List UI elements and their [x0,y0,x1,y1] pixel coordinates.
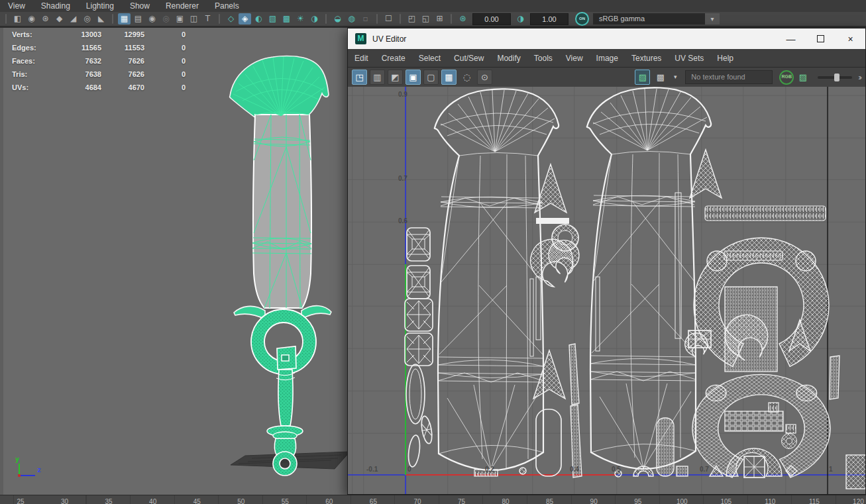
wireframe-cube-button[interactable]: ◇ [225,13,237,25]
motion-blur-button[interactable]: ◍ [345,13,358,25]
contrast-field[interactable] [530,13,568,25]
slider-knob[interactable] [834,74,839,81]
hud-row-edges-: Edges:11565115530 [0,41,192,54]
toolbar-separator [451,14,452,24]
camera-aperture-icon[interactable]: ⊙ [477,70,492,85]
shadows-button[interactable]: ◑ [308,13,321,25]
exposure-icon[interactable]: ⊛ [457,13,469,25]
menu-item-view[interactable]: View [0,1,33,12]
toolbar-separator [400,14,401,24]
viewport-menubar: ViewShadingLightingShowRendererPanels [0,0,866,12]
color-management-on-toggle[interactable]: ON [575,12,589,26]
image-range-icon[interactable]: ▨ [795,70,810,85]
exposure-field[interactable] [472,13,511,25]
uv-editor-titlebar[interactable]: M UV Editor — × [348,28,865,49]
menu-item-modify[interactable]: Modify [490,54,527,63]
toolbar-separator [376,14,378,24]
perspective-viewport[interactable]: Verts:13003129950Edges:11565115530Faces:… [0,28,347,495]
hud-c: 0 [144,70,186,78]
isolate-select-button[interactable]: ☐ [382,13,395,25]
menu-item-lighting[interactable]: Lighting [78,1,122,12]
hud-b: 4670 [101,83,144,91]
menu-item-image[interactable]: Image [590,54,625,63]
halfshade-sphere-button[interactable]: ◐ [252,13,265,25]
menu-item-panels[interactable]: Panels [207,1,247,12]
film-gate-button[interactable]: ▤ [132,13,144,25]
uv-shell-middle-column[interactable] [519,164,582,478]
plane-dim-button[interactable]: ▫ [359,13,372,25]
uv-shell-left-column[interactable] [405,228,434,468]
bookmark-icon[interactable]: ◆ [53,13,66,25]
ao-sphere-button[interactable]: ◒ [331,13,344,25]
checker-pattern-button[interactable]: ▩ [653,70,668,85]
menu-item-select[interactable]: Select [412,54,447,63]
uv-grid-label-0-7: 0.7 [398,175,407,182]
lighting-button[interactable]: ☀ [294,13,307,25]
uv-shell-blade-left[interactable] [435,89,559,470]
menu-item-help[interactable]: Help [710,54,740,63]
uv-shell-blade-right[interactable] [587,87,711,469]
uv-shell-layer [348,87,865,494]
pane-layout-2-button[interactable]: ◱ [419,13,432,25]
frame-dim-icon[interactable]: ▢ [423,70,439,85]
timeline-tick-120: 120 [853,498,864,504]
timeline-tick-105: 105 [720,498,731,504]
menu-item-textures[interactable]: Textures [625,54,668,63]
checker-material-button[interactable]: ▩ [280,13,293,25]
texture-name-field[interactable]: No texture found [685,70,773,84]
time-slider[interactable]: 2530354045505560657075808590951001051101… [0,495,866,504]
pencil-tool-icon[interactable]: ◣ [95,13,107,25]
menu-item-shading[interactable]: Shading [33,1,78,12]
zoom-select-icon[interactable]: ◎ [81,13,93,25]
distortion-display-icon[interactable]: ◩ [388,70,403,85]
textured-cube-button[interactable]: ▧ [266,13,279,25]
lift-tool-icon[interactable]: ◢ [67,13,80,25]
gate-mask-button[interactable]: ◎ [160,13,172,25]
camera-lock-icon[interactable]: ◉ [25,13,38,25]
uv-tile-layout-icon[interactable]: ◳ [352,70,367,85]
guard-horn-right [301,306,331,319]
checker-caret-icon[interactable]: ▾ [671,70,680,85]
menu-item-edit[interactable]: Edit [348,54,375,63]
uv-shell-strip[interactable] [596,277,600,351]
menu-item-tools[interactable]: Tools [527,54,559,63]
pane-outliner-button[interactable]: ⊞ [433,13,446,25]
dashed-circle-icon[interactable]: ◌ [459,70,474,85]
pane-layout-1-button[interactable]: ◰ [406,13,418,25]
uv-canvas[interactable]: 0.90.70.6-0.100.20.40.50.71 [348,87,865,494]
uv-grid-label-0-6: 0.6 [398,217,407,225]
camera-gear-icon[interactable]: ⊛ [39,13,52,25]
minimize-button[interactable]: — [776,28,806,49]
maximize-button[interactable] [806,28,836,49]
border-frame-icon[interactable]: ▣ [406,70,421,85]
pixel-grid-icon[interactable]: ▦ [441,70,457,85]
maximize-icon [817,35,824,42]
menu-item-renderer[interactable]: Renderer [158,1,207,12]
contrast-icon[interactable]: ◑ [514,13,527,25]
close-button[interactable]: × [836,28,865,49]
menu-item-view[interactable]: View [559,54,590,63]
expand-toolbar-icon[interactable]: ›› [858,72,862,82]
sword-model[interactable] [229,56,331,476]
hud-c: 0 [144,57,186,65]
menu-item-cut-sew[interactable]: Cut/Sew [447,54,490,63]
menu-item-create[interactable]: Create [375,54,412,63]
timeline-tick-25: 25 [17,498,24,504]
resolution-gate-button[interactable]: ◉ [146,13,158,25]
menu-item-show[interactable]: Show [122,1,158,12]
rgb-channels-icon[interactable]: RGB [779,70,794,85]
camera-icon[interactable]: ◧ [11,13,24,25]
hud-b: 7626 [101,57,144,65]
field-chart-button[interactable]: ▣ [174,13,186,25]
view-transform-caret-icon[interactable]: ▾ [705,13,720,25]
menu-item-uv-sets[interactable]: UV Sets [668,54,710,63]
view-transform-select[interactable]: sRGB gamma [593,13,705,25]
grid-display-button[interactable]: ▦ [118,13,131,25]
shaded-cube-button[interactable]: ◈ [239,13,251,25]
uv-grid-label-0: 0 [407,466,411,473]
image-plane-button[interactable]: ◫ [188,13,200,25]
image-dim-slider[interactable] [818,76,852,79]
image-display-button[interactable]: ▨ [635,70,650,85]
shaded-tiles-icon[interactable]: ▥ [370,70,385,85]
text-hud-button[interactable]: T [201,13,214,25]
